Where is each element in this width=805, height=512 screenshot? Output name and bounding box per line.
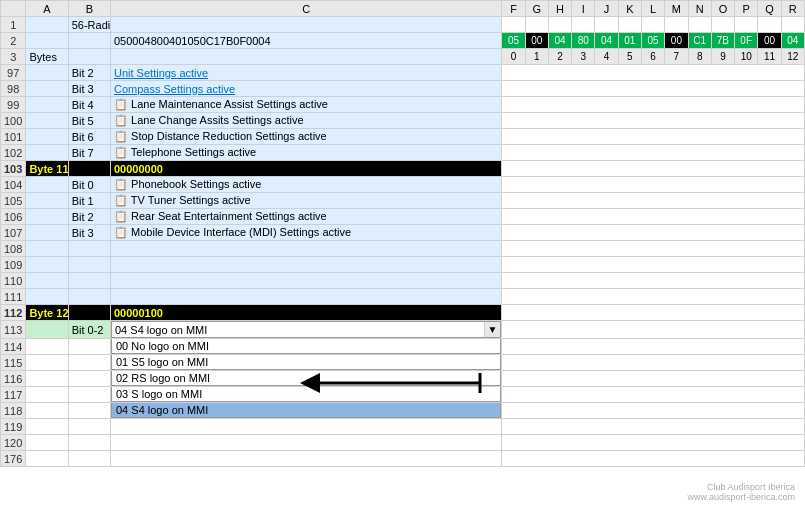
cell-a97 [26,65,68,81]
cell-c102: 📋 Telephone Settings active [111,145,502,161]
dropdown-selected[interactable]: 04 S4 logo on MMI ▼ [111,321,501,338]
cell-j1 [595,17,618,33]
row-number: 120 [1,435,26,451]
row-number: 107 [1,225,26,241]
hex-04: 04 [548,33,571,49]
dropdown-option-04-selected[interactable]: 04 S4 logo on MMI [111,403,501,418]
cell-c176 [111,451,502,467]
cell-b116 [68,371,110,387]
table-row: 109 [1,257,805,273]
cell-c105: 📋 TV Tuner Settings active [111,193,502,209]
link-compass-settings[interactable]: Compass Settings active [114,83,235,95]
table-row: 117 03 S logo on MMI [1,387,805,403]
byte-11-row: 103 Byte 11 00000000 [1,161,805,177]
spreadsheet: A B C F G H I J K L M N O P Q R 1 [0,0,805,512]
hex-04b: 04 [595,33,618,49]
cell-b109 [68,257,110,273]
table-row: 2 050004800401050C17B0F0004 05 00 04 80 … [1,33,805,49]
cell-b103 [68,161,110,177]
cell-b3 [68,49,110,65]
table-row: 100 Bit 5 📋 Lane Change Assits Settings … [1,113,805,129]
row-number: 116 [1,371,26,387]
cell-b118 [68,403,110,419]
cell-a3: Bytes [26,49,68,65]
hex-num-11: 11 [758,49,781,65]
cell-c109 [111,257,502,273]
empty-112 [502,305,805,321]
cell-a112: Byte 12 [26,305,68,321]
cell-a108 [26,241,68,257]
hex-num-6: 6 [642,49,665,65]
watermark-line1: Club Audisport Iberica [687,482,795,492]
row-number: 108 [1,241,26,257]
row-number: 1 [1,17,26,33]
empty-101 [502,129,805,145]
hex-num-2: 2 [548,49,571,65]
table-row: 110 [1,273,805,289]
col-header-a: A [26,1,68,17]
col-header-c: C [111,1,502,17]
row-number: 118 [1,403,26,419]
cell-b105: Bit 1 [68,193,110,209]
empty-103 [502,161,805,177]
cell-a120 [26,435,68,451]
cell-c104: 📋 Phonebook Settings active [111,177,502,193]
cell-a102 [26,145,68,161]
empty-115 [502,355,805,371]
row-number: 100 [1,113,26,129]
row-number: 112 [1,305,26,321]
cell-c117: 03 S logo on MMI [111,387,502,403]
cell-a104 [26,177,68,193]
dropdown-option-01[interactable]: 01 S5 logo on MMI [111,355,501,370]
table-row: 108 [1,241,805,257]
table-row: 111 [1,289,805,305]
cell-b120 [68,435,110,451]
cell-a109 [26,257,68,273]
empty-116 [502,371,805,387]
hex-00b: 00 [665,33,688,49]
hex-num-3: 3 [572,49,595,65]
cell-a110 [26,273,68,289]
dropdown-option-03[interactable]: 03 S logo on MMI [111,387,501,402]
table-row: 107 Bit 3 📋 Mobile Device Interface (MDI… [1,225,805,241]
table-row: 98 Bit 3 Compass Settings active [1,81,805,97]
hex-7b: 7B [711,33,734,49]
cell-b100: Bit 5 [68,113,110,129]
cell-c106: 📋 Rear Seat Entertainment Settings activ… [111,209,502,225]
watermark: Club Audisport Iberica www.audisport-ibe… [687,482,795,502]
hex-num-12: 12 [781,49,804,65]
hex-num-9: 9 [711,49,734,65]
hex-05: 05 [502,33,525,49]
dropdown-option-02[interactable]: 02 RS logo on MMI [111,371,501,386]
cell-a1 [26,17,68,33]
row-number: 102 [1,145,26,161]
cell-a114 [26,339,68,355]
cell-p1 [735,17,758,33]
table-row: 101 Bit 6 📋 Stop Distance Reduction Sett… [1,129,805,145]
cell-r1 [781,17,804,33]
cell-c2: 050004800401050C17B0F0004 [111,33,502,49]
dropdown-option-00[interactable]: 00 No logo on MMI [111,339,501,354]
cell-o1 [711,17,734,33]
empty-104 [502,177,805,193]
dropdown-arrow-icon[interactable]: ▼ [484,322,501,337]
cell-f1 [502,17,525,33]
empty-98 [502,81,805,97]
link-unit-settings[interactable]: Unit Settings active [114,67,208,79]
empty-99 [502,97,805,113]
cell-b119 [68,419,110,435]
dropdown-value: 04 S4 logo on MMI [112,324,484,336]
row-number: 110 [1,273,26,289]
byte-12-row: 112 Byte 12 00000100 [1,305,805,321]
cell-a98 [26,81,68,97]
row-number: 176 [1,451,26,467]
cell-a107 [26,225,68,241]
empty-176 [502,451,805,467]
cell-b97: Bit 2 [68,65,110,81]
cell-a115 [26,355,68,371]
cell-b114 [68,339,110,355]
cell-c112: 00000100 [111,305,502,321]
cell-a118 [26,403,68,419]
empty-114 [502,339,805,355]
hex-num-10: 10 [735,49,758,65]
